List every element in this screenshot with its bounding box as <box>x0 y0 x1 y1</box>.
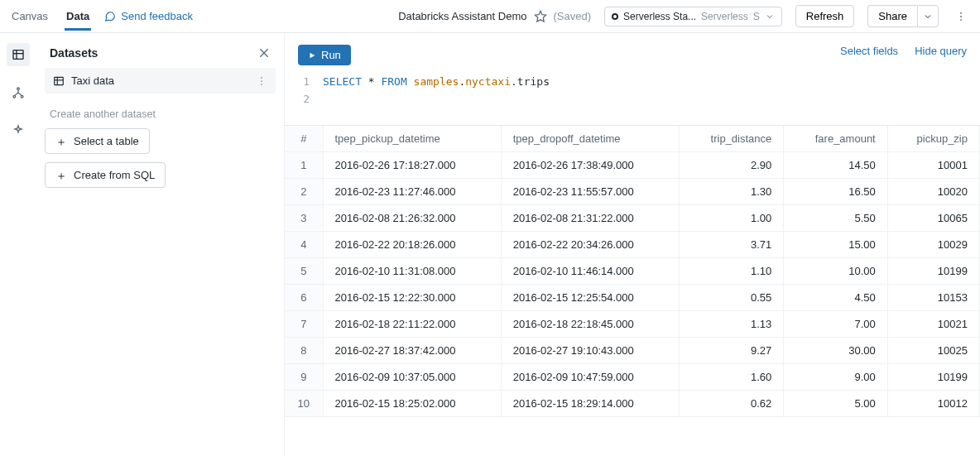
kebab-icon[interactable] <box>256 75 267 87</box>
table-row[interactable]: 72016-02-18 22:11:22.0002016-02-18 22:18… <box>285 310 980 337</box>
chat-icon <box>104 11 116 22</box>
table-cell: 7.00 <box>784 310 887 337</box>
table-cell: 2016-02-22 20:34:26.000 <box>501 231 679 257</box>
table-cell: 10199 <box>887 363 979 390</box>
kebab-icon <box>955 11 967 22</box>
select-table-button[interactable]: ＋ Select a table <box>45 128 150 154</box>
table-cell: 2016-02-23 11:55:57.000 <box>501 178 679 204</box>
column-header[interactable]: tpep_dropoff_datetime <box>501 126 679 152</box>
svg-point-3 <box>960 19 962 21</box>
compute-label-2: Serverless <box>701 11 748 22</box>
table-row[interactable]: 62016-02-15 12:22:30.0002016-02-15 12:25… <box>285 284 980 310</box>
compute-suffix: S <box>753 11 760 22</box>
compute-selector[interactable]: Serverless Sta... Serverless S <box>604 7 782 26</box>
table-cell: 1.30 <box>679 178 783 204</box>
table-row[interactable]: 92016-02-09 10:37:05.0002016-02-09 10:47… <box>285 363 980 390</box>
table-cell: 9.00 <box>784 363 887 390</box>
rail-assistant-icon[interactable] <box>7 119 30 142</box>
svg-marker-0 <box>535 11 545 22</box>
table-cell: 2016-02-22 20:18:26.000 <box>323 231 501 257</box>
top-tabs: Canvas Data <box>10 2 91 31</box>
star-icon[interactable] <box>534 10 547 23</box>
title-area: Databricks Assistant Demo (Saved) <box>398 10 591 23</box>
table-cell: 4 <box>285 231 323 257</box>
table-cell: 2016-02-10 11:46:14.000 <box>501 257 679 284</box>
table-cell: 2016-02-18 22:11:22.000 <box>323 310 501 337</box>
dataset-label: Taxi data <box>71 74 114 87</box>
results-table: #tpep_pickup_datetimetpep_dropoff_dateti… <box>285 126 980 417</box>
sql-editor[interactable]: 1 SELECT * FROM samples.nyctaxi.trips 2 <box>285 65 980 125</box>
column-header[interactable]: tpep_pickup_datetime <box>323 126 501 152</box>
compute-label-1: Serverless Sta... <box>623 11 696 22</box>
svg-rect-4 <box>13 50 23 60</box>
table-cell: 9.27 <box>679 337 783 363</box>
overflow-menu[interactable] <box>952 7 970 26</box>
table-cell: 2016-02-08 21:26:32.000 <box>323 204 501 231</box>
table-cell: 10021 <box>887 310 979 337</box>
table-cell: 2016-02-15 12:22:30.000 <box>323 284 501 310</box>
table-cell: 10001 <box>887 151 979 178</box>
table-cell: 0.55 <box>679 284 783 310</box>
svg-rect-12 <box>55 77 64 84</box>
table-row[interactable]: 82016-02-27 18:37:42.0002016-02-27 19:10… <box>285 337 980 363</box>
send-feedback-link[interactable]: Send feedback <box>104 10 193 22</box>
table-cell: 2016-02-18 22:18:45.000 <box>501 310 679 337</box>
column-header[interactable]: fare_amount <box>784 126 887 152</box>
table-cell: 5.00 <box>784 390 887 416</box>
table-cell: 2016-02-08 21:31:22.000 <box>501 204 679 231</box>
rail-schema-icon[interactable] <box>7 81 30 104</box>
table-cell: 9 <box>285 363 323 390</box>
hide-query-link[interactable]: Hide query <box>915 45 967 57</box>
create-sql-label: Create from SQL <box>74 169 155 181</box>
table-row[interactable]: 12016-02-26 17:18:27.0002016-02-26 17:38… <box>285 151 980 178</box>
table-cell: 2016-02-09 10:47:59.000 <box>501 363 679 390</box>
rail-data-icon[interactable] <box>7 43 30 66</box>
select-fields-link[interactable]: Select fields <box>840 45 898 57</box>
table-row[interactable]: 102016-02-15 18:25:02.0002016-02-15 18:2… <box>285 390 980 416</box>
sql-line-1: SELECT * FROM samples.nyctaxi.trips <box>323 74 550 91</box>
tab-canvas[interactable]: Canvas <box>10 2 50 31</box>
table-row[interactable]: 42016-02-22 20:18:26.0002016-02-22 20:34… <box>285 231 980 257</box>
column-header[interactable]: trip_distance <box>679 126 783 152</box>
chevron-down-icon <box>923 12 933 22</box>
run-button[interactable]: Run <box>298 45 351 65</box>
table-cell: 2016-02-09 10:37:05.000 <box>323 363 501 390</box>
results-table-wrap[interactable]: #tpep_pickup_datetimetpep_dropoff_dateti… <box>285 125 980 417</box>
table-cell: 5 <box>285 257 323 284</box>
table-row[interactable]: 22016-02-23 11:27:46.0002016-02-23 11:55… <box>285 178 980 204</box>
column-header[interactable]: # <box>285 126 323 152</box>
select-table-label: Select a table <box>74 135 139 147</box>
table-cell: 1.60 <box>679 363 783 390</box>
create-dataset-label: Create another dataset <box>50 108 271 120</box>
run-label: Run <box>321 49 341 61</box>
refresh-button[interactable]: Refresh <box>795 5 855 27</box>
table-cell: 1.10 <box>679 257 783 284</box>
tab-data[interactable]: Data <box>65 2 91 31</box>
table-row[interactable]: 52016-02-10 11:31:08.0002016-02-10 11:46… <box>285 257 980 284</box>
svg-point-2 <box>960 16 962 17</box>
column-header[interactable]: pickup_zip <box>887 126 979 152</box>
svg-point-16 <box>261 80 262 82</box>
table-cell: 2016-02-15 18:29:14.000 <box>501 390 679 416</box>
table-row[interactable]: 32016-02-08 21:26:32.0002016-02-08 21:31… <box>285 204 980 231</box>
topbar: Canvas Data Send feedback Databricks Ass… <box>0 0 980 33</box>
table-cell: 3 <box>285 204 323 231</box>
close-icon[interactable] <box>257 46 271 60</box>
share-dropdown-button[interactable] <box>917 5 939 27</box>
table-cell: 8 <box>285 337 323 363</box>
svg-point-7 <box>17 88 20 90</box>
create-from-sql-button[interactable]: ＋ Create from SQL <box>45 162 166 188</box>
dataset-item[interactable]: Taxi data <box>45 68 276 94</box>
saved-status: (Saved) <box>554 10 592 22</box>
table-cell: 10065 <box>887 204 979 231</box>
table-cell: 2 <box>285 178 323 204</box>
table-cell: 10029 <box>887 231 979 257</box>
page-title: Databricks Assistant Demo <box>398 10 526 22</box>
svg-point-8 <box>13 95 16 98</box>
table-cell: 2016-02-10 11:31:08.000 <box>323 257 501 284</box>
table-cell: 10025 <box>887 337 979 363</box>
table-cell: 14.50 <box>784 151 887 178</box>
svg-point-9 <box>21 95 23 98</box>
share-button[interactable]: Share <box>867 5 917 27</box>
table-cell: 2016-02-27 18:37:42.000 <box>323 337 501 363</box>
